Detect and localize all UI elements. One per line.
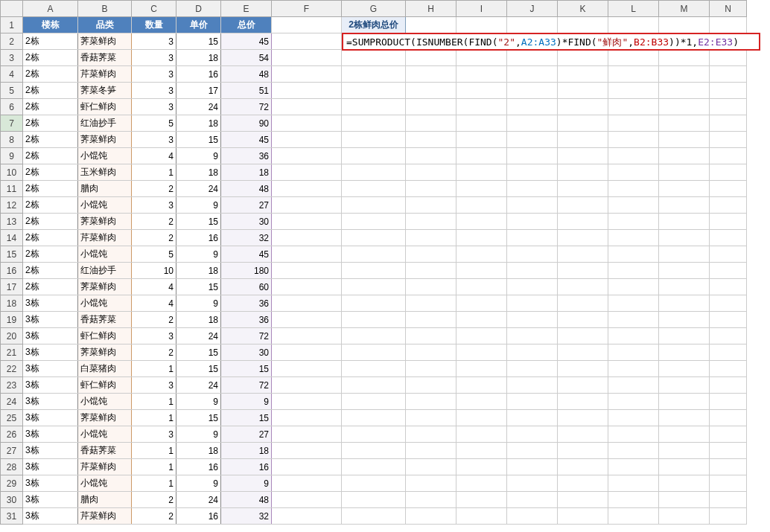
cell[interactable] [406,230,456,246]
cell[interactable] [507,508,558,525]
cell[interactable] [558,214,608,230]
cell[interactable] [659,181,710,197]
cell[interactable] [456,164,507,181]
cell[interactable] [406,328,456,344]
cell-total[interactable]: 15 [221,410,272,426]
cell[interactable] [659,214,710,230]
cell-price[interactable]: 15 [176,214,221,230]
cell[interactable] [456,361,507,377]
cell[interactable] [608,312,659,328]
cell[interactable] [456,115,507,132]
row-header[interactable]: 28 [1,459,23,475]
cell-total[interactable]: 180 [221,263,272,279]
cell-qty[interactable]: 2 [132,344,176,361]
cell[interactable] [406,17,456,33]
cell[interactable] [558,410,608,426]
cell[interactable] [710,410,747,426]
cell[interactable] [272,443,342,459]
cell-price[interactable]: 9 [176,394,221,410]
cell-price[interactable]: 9 [176,246,221,263]
cell[interactable] [456,279,507,295]
cell[interactable] [659,246,710,263]
cell-price[interactable]: 16 [176,66,221,83]
row-header[interactable]: 4 [1,66,23,83]
cell[interactable] [608,426,659,443]
cell[interactable] [406,99,456,115]
cell[interactable] [272,83,342,99]
row-header[interactable]: 13 [1,214,23,230]
cell-total[interactable]: 18 [221,164,272,181]
cell[interactable] [558,426,608,443]
cell-qty[interactable]: 3 [132,66,176,83]
cell[interactable] [456,17,507,33]
cell-building[interactable]: 2栋 [23,263,78,279]
cell[interactable] [659,279,710,295]
cell[interactable] [406,295,456,312]
cell[interactable] [710,361,747,377]
cell[interactable] [608,246,659,263]
cell[interactable] [272,33,342,50]
cell-category[interactable]: 红油抄手 [78,115,132,132]
cell[interactable] [406,279,456,295]
cell[interactable] [507,230,558,246]
cell[interactable] [342,279,406,295]
cell-qty[interactable]: 1 [132,459,176,475]
cell[interactable] [710,214,747,230]
cell[interactable] [507,115,558,132]
cell-price[interactable]: 17 [176,83,221,99]
cell[interactable] [272,164,342,181]
cell[interactable] [710,99,747,115]
cell[interactable] [710,295,747,312]
cell[interactable] [659,295,710,312]
cell-qty[interactable]: 3 [132,99,176,115]
cell-total[interactable]: 51 [221,83,272,99]
cell[interactable] [659,115,710,132]
col-header-E[interactable]: E [221,1,272,17]
cell-building[interactable]: 2栋 [23,230,78,246]
cell-qty[interactable]: 5 [132,246,176,263]
cell[interactable] [342,83,406,99]
cell[interactable] [272,279,342,295]
cell[interactable] [507,17,558,33]
cell-qty[interactable]: 3 [132,426,176,443]
cell[interactable] [456,263,507,279]
cell[interactable] [456,214,507,230]
cell-qty[interactable]: 1 [132,443,176,459]
header-price[interactable]: 单价 [176,17,221,33]
header-qty[interactable]: 数量 [132,17,176,33]
cell-category[interactable]: 白菜猪肉 [78,361,132,377]
cell-price[interactable]: 18 [176,50,221,66]
col-header-D[interactable]: D [176,1,221,17]
col-header-N[interactable]: N [710,1,747,17]
cell[interactable] [558,295,608,312]
row-header[interactable]: 22 [1,361,23,377]
cell[interactable] [342,475,406,492]
cell[interactable] [558,443,608,459]
cell[interactable] [608,279,659,295]
cell[interactable] [507,148,558,164]
cell-category[interactable]: 荠菜鲜肉 [78,214,132,230]
cell[interactable] [608,328,659,344]
row-header[interactable]: 5 [1,83,23,99]
cell[interactable] [342,394,406,410]
cell[interactable] [406,361,456,377]
cell-price[interactable]: 9 [176,197,221,214]
cell[interactable] [558,83,608,99]
cell[interactable] [710,50,747,66]
cell[interactable] [659,132,710,148]
cell-building[interactable]: 3栋 [23,443,78,459]
cell-qty[interactable]: 3 [132,377,176,394]
cell[interactable] [659,443,710,459]
cell[interactable] [659,230,710,246]
cell-price[interactable]: 15 [176,132,221,148]
cell[interactable] [456,377,507,394]
cell-building[interactable]: 2栋 [23,33,78,50]
cell[interactable] [558,50,608,66]
cell[interactable] [342,50,406,66]
col-header-I[interactable]: I [456,1,507,17]
cell[interactable] [608,459,659,475]
row-header[interactable]: 3 [1,50,23,66]
spreadsheet-grid[interactable]: ABCDEFGHIJKLMN 1 楼栋 品类 数量 单价 总价 2栋鲜肉总价 2… [0,0,770,532]
cell-building[interactable]: 2栋 [23,132,78,148]
col-header-M[interactable]: M [659,1,710,17]
